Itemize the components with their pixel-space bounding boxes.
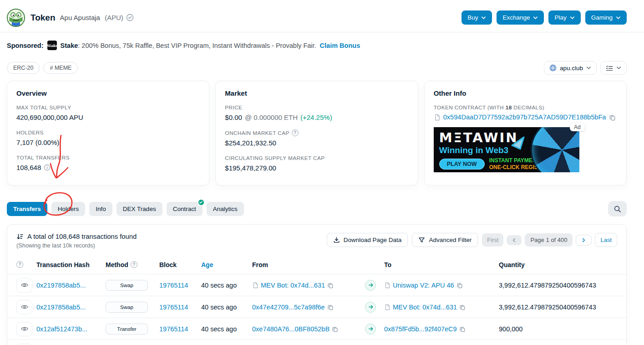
download-page-data-button[interactable]: Download Page Data bbox=[327, 233, 408, 247]
arrow-right-icon bbox=[365, 280, 376, 291]
search-icon bbox=[614, 205, 621, 213]
claim-bonus-link[interactable]: Claim Bonus bbox=[320, 42, 360, 49]
document-icon bbox=[434, 114, 441, 121]
ad-banner[interactable]: MΞTAWIN Winning in Web3 PLAY NOW INSTANT… bbox=[434, 127, 579, 172]
question-icon: ? bbox=[292, 129, 299, 136]
block-link[interactable]: 19765114 bbox=[159, 304, 188, 311]
chevron-down-icon bbox=[570, 16, 575, 20]
max-supply-label: MAX TOTAL SUPPLY bbox=[16, 104, 200, 111]
exchange-button[interactable]: Exchange bbox=[497, 10, 544, 25]
copy-to-button[interactable] bbox=[459, 304, 466, 310]
block-link[interactable]: 19765114 bbox=[159, 282, 188, 289]
token-name: Apu Apustaja bbox=[60, 14, 100, 21]
summary-cards: Overview MAX TOTAL SUPPLY 420,690,000,00… bbox=[7, 81, 627, 185]
chevron-down-icon bbox=[616, 16, 621, 20]
copy-icon bbox=[456, 282, 463, 288]
table-header: ? Transaction Hash Method? Block Age Fro… bbox=[7, 255, 626, 274]
quantity-value: 3,992,612.479879250400596743 bbox=[499, 304, 617, 311]
download-icon bbox=[333, 237, 340, 243]
contract-label: TOKEN CONTRACT (WITH 18 DECIMALS) bbox=[434, 104, 617, 111]
copy-icon bbox=[459, 304, 466, 310]
verified-badge-icon bbox=[126, 14, 134, 21]
transactions-summary: A total of 108,648 transactions found bbox=[27, 233, 137, 240]
to-address-link[interactable]: Uniswap V2: APU 46 bbox=[393, 282, 454, 289]
price-label: PRICE bbox=[225, 104, 408, 111]
prev-page-button[interactable] bbox=[507, 235, 522, 245]
copy-from-button[interactable] bbox=[332, 326, 338, 332]
onchain-cap-label: ONCHAIN MARKET CAP bbox=[225, 130, 289, 136]
display-options-dropdown[interactable] bbox=[600, 61, 627, 75]
sponsor-brand: Stake bbox=[61, 42, 78, 49]
tab-transfers[interactable]: Transfers bbox=[7, 202, 47, 216]
token-avatar bbox=[7, 9, 25, 27]
col-quantity: Quantity bbox=[499, 261, 617, 268]
tab-contract[interactable]: Contract bbox=[167, 202, 203, 216]
advanced-filter-button[interactable]: Advanced Filter bbox=[412, 233, 478, 247]
to-address-link[interactable]: MEV Bot: 0x74d...631 bbox=[393, 304, 457, 311]
gaming-button[interactable]: Gaming bbox=[585, 10, 627, 25]
quantity-value: 3,992,612.479879250400596743 bbox=[499, 282, 617, 289]
ad-play-now-button[interactable]: PLAY NOW bbox=[439, 159, 485, 170]
copy-icon bbox=[609, 114, 616, 121]
chevron-down-icon bbox=[586, 66, 591, 70]
contract-verified-icon bbox=[198, 199, 205, 206]
col-age-toggle[interactable]: Age bbox=[201, 261, 213, 268]
copy-to-button[interactable] bbox=[459, 326, 466, 332]
copy-icon bbox=[327, 282, 334, 288]
erc20-badge[interactable]: ERC-20 bbox=[7, 62, 40, 74]
preview-eye-button[interactable] bbox=[16, 300, 32, 314]
info-icon bbox=[44, 164, 51, 171]
table-row: 0x2197858ab5... Swap 19765114 40 secs ag… bbox=[7, 274, 626, 296]
meme-badge[interactable]: # MEME bbox=[43, 62, 78, 74]
document-icon bbox=[252, 282, 259, 288]
tx-hash-link[interactable]: 0x2197858ab5... bbox=[36, 282, 86, 289]
last-page-button[interactable]: Last bbox=[595, 233, 617, 247]
stake-logo: Stake bbox=[47, 41, 57, 50]
token-symbol: (APU) bbox=[105, 14, 123, 21]
copy-contract-button[interactable] bbox=[609, 114, 616, 121]
from-address-link[interactable]: 0xe7480A76...0BF8052bB bbox=[252, 325, 330, 333]
preview-eye-button[interactable] bbox=[16, 322, 32, 336]
tx-hash-link[interactable]: 0x12af512473b... bbox=[36, 325, 87, 333]
tab-info[interactable]: Info bbox=[89, 202, 112, 216]
sort-icon bbox=[16, 233, 24, 240]
tx-hash-link[interactable]: 0x2197858ab5... bbox=[36, 304, 86, 311]
question-icon: ? bbox=[16, 261, 23, 268]
other-info-card: Other Info TOKEN CONTRACT (WITH 18 DECIM… bbox=[424, 81, 627, 185]
next-page-button[interactable] bbox=[576, 235, 592, 246]
from-address-link[interactable]: 0x47e42709...5c7a98f6e bbox=[252, 304, 325, 311]
holders-value: 7,107 (0.00%) bbox=[16, 139, 200, 146]
ad-pointer-icon bbox=[510, 135, 526, 151]
pagination: First Page 1 of 400 Last bbox=[482, 233, 617, 247]
buy-button[interactable]: Buy bbox=[461, 10, 492, 25]
col-from: From bbox=[252, 261, 365, 268]
to-address-link[interactable]: 0x875fFd5b...92f407eC9 bbox=[384, 325, 457, 333]
contract-address-link[interactable]: 0x594DaaD7D77592a2b97b725A7AD59D7E188b5b… bbox=[443, 113, 606, 121]
first-page-button[interactable]: First bbox=[482, 233, 503, 247]
page-header: Token Apu Apustaja (APU) Buy Exchange Pl… bbox=[0, 0, 644, 28]
chevron-down-icon bbox=[533, 16, 538, 20]
tab-holders[interactable]: Holders bbox=[51, 202, 86, 216]
chevron-left-icon bbox=[512, 237, 516, 242]
tab-dex-trades[interactable]: DEX Trades bbox=[117, 202, 162, 216]
tab-analytics[interactable]: Analytics bbox=[207, 202, 244, 216]
preview-eye-button[interactable] bbox=[16, 278, 32, 293]
onchain-cap-value: $254,201,932.50 bbox=[225, 139, 408, 147]
age-value: 40 secs ago bbox=[201, 325, 237, 333]
document-icon bbox=[384, 304, 390, 310]
site-dropdown[interactable]: apu.club bbox=[544, 61, 597, 75]
copy-from-button[interactable] bbox=[327, 282, 334, 288]
holders-label: HOLDERS bbox=[16, 129, 200, 136]
table-row: 0xc747f9d5cab... 0x0000080b 19765114 40 … bbox=[7, 340, 626, 345]
age-value: 40 secs ago bbox=[201, 282, 237, 289]
block-link[interactable]: 19765114 bbox=[159, 325, 188, 333]
tabs-row: Transfers Holders Info DEX Trades Contra… bbox=[7, 201, 627, 216]
page-status: Page 1 of 400 bbox=[525, 233, 573, 247]
search-button[interactable] bbox=[608, 201, 627, 216]
play-button[interactable]: Play bbox=[548, 10, 580, 25]
copy-from-button[interactable] bbox=[327, 304, 334, 310]
from-address-link[interactable]: MEV Bot: 0x74d...631 bbox=[261, 282, 325, 289]
max-supply-value: 420,690,000,000 APU bbox=[16, 113, 200, 121]
copy-to-button[interactable] bbox=[456, 282, 463, 288]
eye-icon bbox=[21, 326, 28, 331]
